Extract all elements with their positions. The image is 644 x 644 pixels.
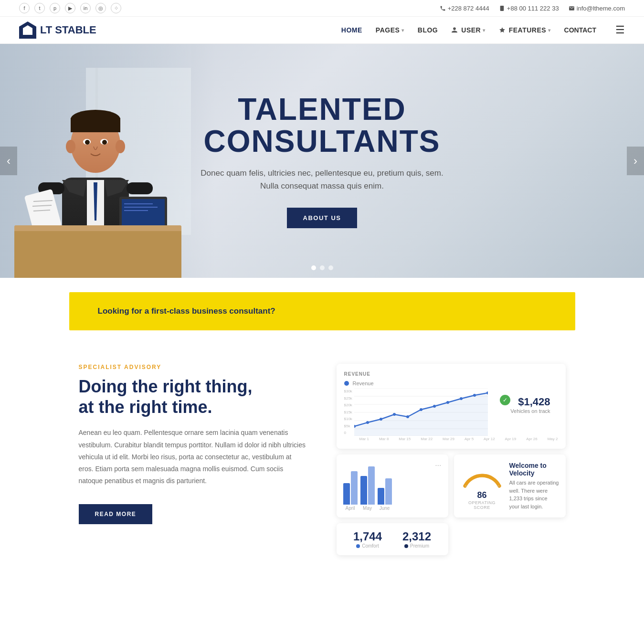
hamburger-icon[interactable]: ☰ (615, 24, 625, 36)
stat-comfort: 1,744 Comfort (353, 530, 382, 549)
phone2: +88 00 111 222 33 (499, 5, 559, 12)
svg-point-46 (420, 408, 422, 411)
gauge-container: 86 OPERATING SCORE (461, 462, 504, 510)
nav-pages[interactable]: PAGES ▾ (376, 26, 404, 34)
logo-text: LT STABLE (40, 24, 96, 36)
hero-title: TALENTED CONSULTANTS (201, 94, 443, 158)
gauge-sublabel: OPERATING SCORE (461, 500, 504, 510)
hero-dot-3[interactable] (328, 265, 333, 270)
section-body: Aenean eu leo quam. Pellentesque ornare … (79, 427, 308, 487)
comfort-dot (356, 544, 360, 548)
email: info@ltheme.com (569, 5, 625, 12)
bar-label-june: June (380, 506, 390, 511)
svg-rect-32 (14, 231, 181, 278)
bar-chart-area: April May (343, 473, 442, 511)
social-icons: f t p ▶ in ◎ ⁘ (19, 3, 121, 13)
nav-features[interactable]: FEATURES ▾ (499, 26, 551, 34)
svg-rect-24 (127, 182, 153, 194)
dashboard-cards: REVENUE Revenue ✓ $1,428 Vehicles on tra… (337, 364, 566, 555)
banner-text: Looking for a first-class business consu… (98, 306, 275, 316)
facebook-icon[interactable]: f (19, 3, 30, 13)
hero-person-image (0, 44, 215, 278)
bar-april-1 (343, 483, 350, 505)
revenue-amount: $1,428 Vehicles on track (510, 396, 550, 414)
twitter-icon[interactable]: t (34, 3, 45, 13)
yellow-banner: Looking for a first-class business consu… (69, 292, 575, 330)
hero-dot-1[interactable] (311, 265, 316, 270)
nav-home[interactable]: HOME (341, 26, 362, 34)
more-options-icon[interactable]: ··· (343, 461, 442, 470)
svg-point-49 (460, 397, 463, 400)
svg-point-47 (433, 405, 436, 408)
revenue-label: REVENUE (344, 371, 558, 377)
cards-grid: REVENUE Revenue ✓ $1,428 Vehicles on tra… (337, 364, 566, 555)
svg-point-18 (102, 140, 107, 145)
svg-point-43 (380, 418, 382, 421)
section-tag: SPECIALIST ADVISORY (79, 364, 308, 370)
section-heading: Doing the right thing, at the right time… (79, 376, 308, 417)
bar-june-2 (385, 478, 392, 505)
bar-june-1 (378, 488, 384, 505)
svg-point-42 (366, 421, 369, 424)
pinterest-icon[interactable]: p (50, 3, 60, 13)
read-more-button[interactable]: READ MORE (79, 504, 153, 524)
flickr-icon[interactable]: ⁘ (111, 3, 121, 13)
chevron-down-icon: ▾ (483, 28, 486, 33)
bar-may-2 (368, 466, 375, 505)
hero-dot-2[interactable] (320, 265, 325, 270)
hero-section: TALENTED CONSULTANTS Donec quam felis, u… (0, 44, 644, 278)
hero-next-arrow[interactable]: › (627, 147, 644, 175)
stat-comfort-label: Comfort (353, 543, 382, 549)
hero-prev-arrow[interactable]: ‹ (0, 147, 17, 175)
svg-rect-0 (500, 6, 504, 11)
stat-premium-value: 2,312 (402, 530, 431, 543)
gauge-score: 86 (461, 490, 504, 500)
hero-subtitle: Donec quam felis, ultricies nec, pellent… (201, 167, 443, 192)
check-icon: ✓ (500, 395, 510, 405)
svg-marker-40 (354, 393, 488, 436)
chevron-down-icon: ▾ (401, 28, 404, 33)
bar-label-may: May (363, 506, 372, 511)
svg-rect-27 (122, 199, 165, 225)
nav-blog[interactable]: BLOG (418, 26, 438, 34)
svg-point-50 (473, 394, 476, 397)
svg-point-14 (116, 140, 125, 153)
revenue-chart (354, 388, 488, 436)
stats-card: 1,744 Comfort 2,312 Premium (337, 523, 448, 555)
svg-point-45 (406, 415, 409, 418)
bar-group-june: June (378, 478, 392, 511)
svg-point-44 (393, 413, 396, 416)
svg-point-17 (85, 140, 90, 145)
nav-links: HOME PAGES ▾ BLOG USER ▾ FEATURES ▾ CONT… (341, 24, 625, 36)
nav-user[interactable]: USER ▾ (451, 26, 485, 34)
svg-point-13 (66, 140, 75, 153)
phone1: +228 872 4444 (440, 5, 489, 12)
chevron-down-icon: ▾ (548, 28, 551, 33)
svg-point-48 (446, 401, 449, 404)
score-text: Welcome to Velocity All cars are operati… (509, 462, 559, 510)
advisory-content: SPECIALIST ADVISORY Doing the right thin… (79, 364, 308, 524)
bar-chart-card: ··· April (337, 454, 448, 517)
logo-icon (19, 21, 36, 39)
score-desc: All cars are operating well. There were … (509, 479, 559, 510)
score-title: Welcome to Velocity (509, 462, 559, 477)
score-card: 86 OPERATING SCORE Welcome to Velocity A… (454, 454, 566, 517)
revenue-card: REVENUE Revenue ✓ $1,428 Vehicles on tra… (337, 364, 566, 449)
svg-rect-12 (71, 118, 120, 132)
linkedin-icon[interactable]: in (80, 3, 91, 13)
youtube-icon[interactable]: ▶ (65, 3, 75, 13)
about-us-button[interactable]: ABOUT US (287, 208, 358, 228)
premium-dot (404, 544, 408, 548)
hero-content: TALENTED CONSULTANTS Donec quam felis, u… (191, 94, 453, 228)
bar-group-april: April (343, 471, 358, 511)
bar-label-april: April (345, 506, 355, 511)
instagram-icon[interactable]: ◎ (95, 3, 106, 13)
content-section: SPECIALIST ADVISORY Doing the right thin… (69, 345, 575, 584)
stat-premium-label: Premium (402, 543, 431, 549)
nav-contact[interactable]: CONTACT (564, 26, 596, 34)
bar-april-2 (351, 471, 358, 505)
bar-group-may: May (360, 466, 375, 511)
logo[interactable]: LT STABLE (19, 21, 96, 39)
stat-comfort-value: 1,744 (353, 530, 382, 543)
stat-premium: 2,312 Premium (402, 530, 431, 549)
